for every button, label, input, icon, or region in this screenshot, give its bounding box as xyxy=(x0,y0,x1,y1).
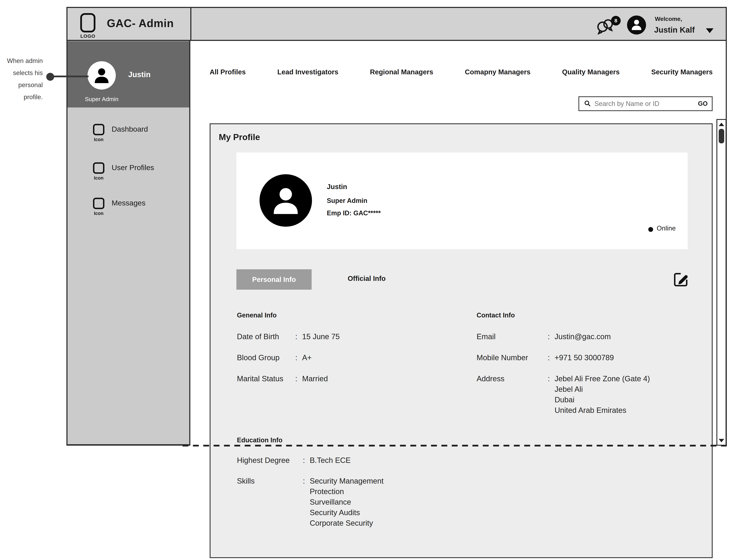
page-title: My Profile xyxy=(219,132,260,142)
info-value: A+ xyxy=(302,352,312,363)
app-header: LOGO GAC- Admin 8 Welcome, xyxy=(66,7,727,41)
sidebar-item-label: Dashboard xyxy=(112,125,148,133)
app-title: GAC- Admin xyxy=(107,17,174,30)
profile-avatar xyxy=(260,174,312,227)
scrollbar-thumb[interactable] xyxy=(719,129,724,143)
edit-icon[interactable] xyxy=(673,271,690,288)
header-divider xyxy=(190,8,191,40)
tab-quality-managers[interactable]: Quality Managers xyxy=(562,68,620,76)
tab-company-managers[interactable]: Comapny Managers xyxy=(465,68,530,76)
user-profiles-icon-placeholder xyxy=(93,162,104,174)
person-icon xyxy=(92,66,111,85)
info-row-mobile-number: Mobile Number : +971 50 3000789 xyxy=(477,352,614,363)
logo-label: LOGO xyxy=(76,33,100,39)
search-box: GO xyxy=(578,96,713,111)
info-value: Jebel Ali Free Zone (Gate 4) Jebel Ali D… xyxy=(555,373,650,415)
info-value: Married xyxy=(302,373,328,384)
tab-lead-investigators[interactable]: Lead Investigators xyxy=(277,68,338,76)
person-icon xyxy=(269,184,303,217)
icon-caption: Icon xyxy=(89,211,108,216)
sidebar-item-messages[interactable]: Icon Messages xyxy=(67,198,189,225)
info-value: +971 50 3000789 xyxy=(555,352,614,363)
icon-caption: Icon xyxy=(89,175,108,181)
my-profile-panel: My Profile Justin Super Admin Emp ID: GA… xyxy=(210,123,713,558)
info-label: Date of Birth xyxy=(237,331,295,342)
info-label: Address xyxy=(477,373,548,384)
colon: : xyxy=(303,455,310,465)
colon: : xyxy=(548,352,555,363)
scroll-down-arrow-icon[interactable] xyxy=(719,439,724,442)
annotation-connector-line xyxy=(51,76,89,77)
person-icon xyxy=(630,18,643,32)
current-user-name: Justin Kalf xyxy=(654,25,695,35)
section-heading-general: Genenal Info xyxy=(237,312,277,319)
welcome-label: Welcome, xyxy=(655,16,682,22)
sidebar-profile-name: Justin xyxy=(128,70,151,79)
info-row-highest-degree: Highest Degree : B.Tech ECE xyxy=(237,455,351,465)
sidebar-profile-role: Super Admin xyxy=(76,96,128,102)
header-user-avatar[interactable] xyxy=(627,16,646,35)
tab-personal-info[interactable]: Personal Info xyxy=(236,269,312,290)
sidebar-item-dashboard[interactable]: Icon Dashboard xyxy=(67,124,189,151)
colon: : xyxy=(295,352,302,363)
sidebar-item-label: Messages xyxy=(112,199,145,207)
sidebar: Justin Super Admin Icon Dashboard Icon U… xyxy=(66,41,190,446)
info-value: Justin@gac.com xyxy=(555,331,611,342)
section-heading-contact: Contact Info xyxy=(477,312,515,319)
colon: : xyxy=(295,373,302,384)
section-heading-education: Education Info xyxy=(237,436,282,444)
sidebar-item-label: User Profiles xyxy=(112,163,154,172)
colon: : xyxy=(548,373,555,384)
info-label: Blood Group xyxy=(237,352,295,363)
info-row-date-of-birth: Date of Birth : 15 June 75 xyxy=(237,331,340,342)
colon: : xyxy=(303,476,310,486)
info-row-blood-group: Blood Group : A+ xyxy=(237,352,312,363)
profile-name: Justin xyxy=(327,183,347,191)
info-label: Email xyxy=(477,331,548,342)
search-go-button[interactable]: GO xyxy=(698,100,708,107)
search-input[interactable] xyxy=(594,100,698,108)
annotation-text: When admin selects his personal profile. xyxy=(3,55,43,103)
colon: : xyxy=(295,331,302,342)
info-row-marital-status: Marital Status : Married xyxy=(237,373,328,384)
notification-badge: 8 xyxy=(611,16,621,26)
sidebar-avatar xyxy=(87,61,116,90)
employee-id: Emp ID: GAC***** xyxy=(327,209,381,217)
messages-button[interactable]: 8 xyxy=(596,17,623,39)
messages-icon-placeholder xyxy=(93,198,104,209)
online-status-label: Online xyxy=(657,225,676,232)
chat-bubbles-icon xyxy=(596,33,615,36)
online-status-dot xyxy=(648,227,653,232)
info-label: Highest Degree xyxy=(237,455,303,465)
dashboard-icon-placeholder xyxy=(93,124,104,135)
tab-security-managers[interactable]: Security Managers xyxy=(651,68,713,76)
profile-card: Justin Super Admin Emp ID: GAC***** Onli… xyxy=(236,153,688,249)
wireframe-canvas: When admin selects his personal profile.… xyxy=(0,0,733,560)
tab-all-profiles[interactable]: All Profiles xyxy=(210,68,246,76)
info-value: B.Tech ECE xyxy=(310,455,351,465)
fold-dashed-line xyxy=(183,445,730,446)
logo-placeholder xyxy=(80,13,95,32)
info-value: 15 June 75 xyxy=(302,331,340,342)
scrollbar[interactable] xyxy=(716,119,726,446)
info-row-email: Email : Justin@gac.com xyxy=(477,331,611,342)
info-row-skills: Skills : Security Management Protection … xyxy=(237,476,384,528)
info-label: Marital Status xyxy=(237,373,295,384)
profile-tabs-nav: All Profiles Lead Investigators Regional… xyxy=(210,66,713,78)
tab-official-info[interactable]: Official Info xyxy=(348,275,386,282)
scroll-up-arrow-icon[interactable] xyxy=(719,123,724,126)
info-label: Mobile Number xyxy=(477,352,548,363)
sidebar-item-user-profiles[interactable]: Icon User Profiles xyxy=(67,162,189,190)
profile-role: Super Admin xyxy=(327,197,367,204)
sidebar-profile-selected[interactable]: Justin Super Admin xyxy=(67,41,189,107)
colon: : xyxy=(548,331,555,342)
search-icon xyxy=(583,99,591,108)
chevron-down-icon[interactable] xyxy=(706,28,714,33)
icon-caption: Icon xyxy=(89,137,108,142)
info-label: Skills xyxy=(237,476,303,486)
info-row-address: Address : Jebel Ali Free Zone (Gate 4) J… xyxy=(477,373,650,415)
info-value: Security Management Protection Surveilla… xyxy=(310,476,384,528)
tab-regional-managers[interactable]: Regional Managers xyxy=(370,68,433,76)
